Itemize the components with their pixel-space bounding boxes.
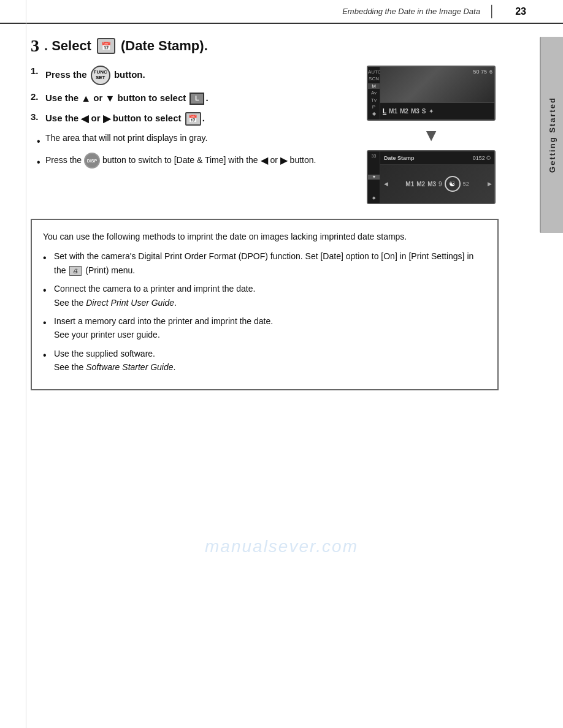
info-box-intro: You can use the following methods to imp… — [43, 230, 486, 243]
cam2-top-right: 0152 © — [473, 155, 491, 161]
substep-2: 2. Use the ▲ or ▼ button to select L. — [31, 91, 351, 105]
cam1-bar-auto: AUTO — [368, 69, 380, 75]
cam2-m2: M2 — [416, 181, 425, 188]
info-bullet-3-text: Insert a memory card into the printer an… — [54, 314, 486, 342]
substep-2-num: 2. — [31, 91, 42, 102]
bullet-1-text: The area that will not print displays in… — [45, 132, 351, 145]
cam2-bar-2: ✦ — [368, 175, 380, 180]
cam1-bar-scn: SCN — [368, 76, 380, 82]
bullet-2: • Press the DISP button to switch to [Da… — [37, 153, 351, 170]
cam2-bar-3: ◆ — [368, 195, 380, 200]
cam1-mode-m1: M1 — [389, 108, 397, 115]
bullet-2-dot: • — [37, 155, 42, 170]
bullet-1: • The area that will not print displays … — [37, 132, 351, 149]
substep-2-text: Use the ▲ or ▼ button to select L. — [45, 91, 209, 105]
substep-3-text: Use the ◀ or ▶ button to select 📅. — [45, 112, 205, 126]
info-bullet-2-text: Connect the camera to a printer and impr… — [54, 282, 486, 309]
print-icon: 🖨 — [69, 266, 82, 276]
camera-display-2: 33 ✦ ◆ Date Stamp 0152 © ◀ — [367, 150, 496, 204]
margin-line — [26, 0, 26, 728]
cam1-bar-p: P — [368, 104, 380, 110]
cam2-bar-1: 33 — [368, 154, 380, 158]
func-set-button-icon: FUNCSET — [91, 66, 110, 85]
cam2-selected-circle: ☯ — [445, 176, 461, 192]
substep-1-text: Press the FUNCSET button. — [45, 66, 145, 85]
substep-1-num: 1. — [31, 66, 42, 76]
step-dot: . — [44, 38, 48, 54]
page-number: 23 — [515, 6, 526, 17]
disp-button-icon: DISP — [84, 153, 100, 169]
cam1-mode-l: L — [383, 108, 386, 115]
substep-3: 3. Use the ◀ or ▶ button to select 📅. — [31, 112, 351, 126]
step3-heading: 3 . Select 📅 (Date Stamp). — [31, 36, 499, 56]
step-select-label: Select — [52, 38, 91, 54]
arrow-right-icon: ▶ — [103, 113, 110, 124]
steps-column: 1. Press the FUNCSET button. 2. Use the … — [31, 66, 351, 173]
cam2-circle-icon: ☯ — [449, 180, 456, 188]
sidebar-label: Getting Started — [548, 97, 557, 173]
cam1-mode-m2: M2 — [400, 108, 408, 115]
substep-1: 1. Press the FUNCSET button. — [31, 66, 351, 85]
info-bullet-4: • Use the supplied software. See the Sof… — [43, 347, 486, 374]
arrow-left2-icon: ◀ — [261, 155, 268, 165]
cam2-9: 9 — [439, 181, 442, 188]
cam1-bar-m: M — [368, 83, 380, 89]
info-box: You can use the following methods to imp… — [31, 219, 499, 390]
main-content: 3 . Select 📅 (Date Stamp). 1. Press the … — [0, 30, 535, 403]
info-bullet-1: • Set with the camera's Digital Print Or… — [43, 249, 486, 277]
cam1-bar-tv: Tv — [368, 97, 380, 104]
sidebar-tab: Getting Started — [540, 37, 563, 233]
datestamp2-icon: 📅 — [185, 112, 201, 126]
bullet-2-text: Press the DISP button to switch to [Date… — [45, 153, 351, 169]
cam2-m3: M3 — [427, 181, 436, 188]
l-icon: L — [190, 93, 204, 105]
cam2-right-arrow: ▶ — [488, 181, 492, 187]
bullet-list: • The area that will not print displays … — [37, 132, 351, 170]
page-header: Embedding the Date in the Image Data │ 2… — [0, 0, 563, 24]
step-number: 3 — [31, 36, 39, 56]
camera-display-1: AUTO SCN M Av Tv P ◆ 50 75 6 — [367, 66, 496, 121]
cam2-title: Date Stamp — [384, 155, 415, 161]
substep-3-num: 3. — [31, 112, 42, 122]
software-starter-guide-link: Software Starter Guide — [86, 362, 173, 372]
info-bullet-1-dot: • — [43, 250, 49, 266]
info-bullet-1-text: Set with the camera's Digital Print Orde… — [54, 249, 486, 277]
header-title: Embedding the Date in the Image Data — [342, 7, 480, 16]
info-bullet-4-text: Use the supplied software. See the Softw… — [54, 347, 486, 374]
images-column: AUTO SCN M Av Tv P ◆ 50 75 6 — [364, 66, 499, 204]
cam1-top-right2: 6 — [489, 69, 492, 75]
arrow-between-images: ▼ — [423, 126, 440, 145]
bullet-1-dot: • — [37, 134, 42, 149]
header-divider: │ — [489, 5, 496, 18]
cam1-mode-star: ✦ — [429, 108, 434, 115]
content-row: 1. Press the FUNCSET button. 2. Use the … — [31, 66, 499, 204]
cam2-right-end: 52 — [463, 181, 469, 187]
cam2-m1: M1 — [405, 181, 414, 188]
arrow-right2-icon: ▶ — [280, 155, 288, 165]
cam1-mode-m3: M3 — [411, 108, 419, 115]
datestamp-icon: 📅 — [97, 38, 115, 54]
arrow-left-icon: ◀ — [81, 113, 88, 124]
info-bullet-2: • Connect the camera to a printer and im… — [43, 282, 486, 309]
arrow-down-icon: ▼ — [105, 93, 115, 104]
cam1-mode-s: S — [422, 108, 426, 115]
info-bullet-3-dot: • — [43, 315, 49, 331]
cam2-left-arrow: ◀ — [384, 181, 388, 187]
info-bullet-2-dot: • — [43, 282, 49, 298]
direct-print-guide-link: Direct Print User Guide — [86, 298, 174, 308]
info-bullet-4-dot: • — [43, 347, 49, 363]
cam1-top-right: 50 75 — [473, 69, 487, 75]
cam1-bar-diamond: ◆ — [368, 111, 380, 117]
info-bullet-3: • Insert a memory card into the printer … — [43, 314, 486, 342]
watermark: manualsever.com — [205, 537, 358, 556]
step-heading-suffix: (Date Stamp). — [121, 38, 208, 54]
arrow-up-icon: ▲ — [81, 93, 91, 104]
cam1-bar-av: Av — [368, 90, 380, 96]
